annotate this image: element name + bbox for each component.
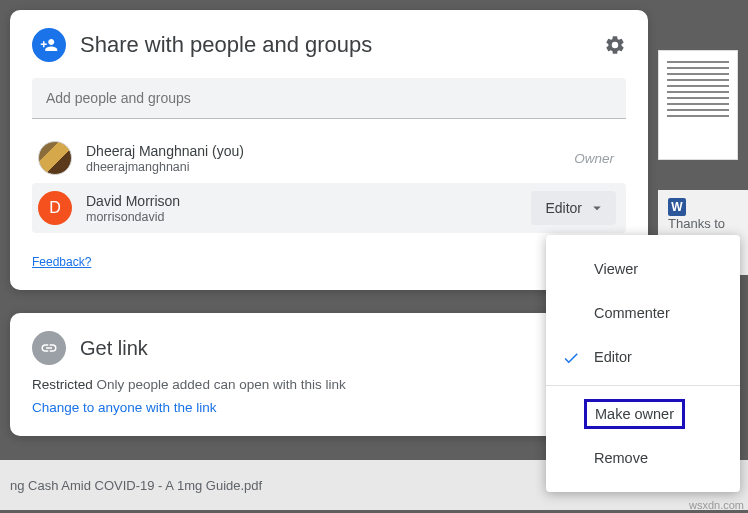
avatar bbox=[38, 141, 72, 175]
menu-item-make-owner[interactable]: Make owner bbox=[546, 392, 740, 436]
person-add-icon bbox=[32, 28, 66, 62]
menu-item-viewer[interactable]: Viewer bbox=[546, 247, 740, 291]
person-row-editor: D David Morrison morrisondavid Editor bbox=[32, 183, 626, 233]
avatar: D bbox=[38, 191, 72, 225]
watermark: wsxdn.com bbox=[689, 499, 744, 511]
person-email: dheerajmanghnani bbox=[86, 160, 574, 174]
get-link-title: Get link bbox=[80, 337, 148, 360]
role-dropdown-label: Editor bbox=[545, 200, 582, 216]
person-row-owner: Dheeraj Manghnani (you) dheerajmanghnani… bbox=[32, 133, 626, 183]
chevron-down-icon bbox=[588, 199, 606, 217]
feedback-link[interactable]: Feedback? bbox=[32, 255, 91, 269]
menu-item-editor[interactable]: Editor bbox=[546, 335, 740, 379]
gear-icon[interactable] bbox=[604, 34, 626, 56]
person-name: David Morrison bbox=[86, 193, 531, 209]
add-people-input[interactable] bbox=[32, 78, 626, 119]
menu-item-remove[interactable]: Remove bbox=[546, 436, 740, 480]
menu-divider bbox=[546, 385, 740, 386]
role-owner-label: Owner bbox=[574, 151, 614, 166]
person-name: Dheeraj Manghnani (you) bbox=[86, 143, 574, 159]
role-dropdown-button[interactable]: Editor bbox=[531, 191, 616, 225]
restricted-line: Restricted Only people added can open wi… bbox=[32, 377, 626, 392]
word-file-icon: W bbox=[668, 198, 686, 216]
menu-item-commenter[interactable]: Commenter bbox=[546, 291, 740, 335]
role-dropdown-menu: Viewer Commenter Editor Make owner Remov… bbox=[546, 235, 740, 492]
check-icon bbox=[562, 349, 580, 370]
person-email: morrisondavid bbox=[86, 210, 531, 224]
background-doc-preview bbox=[658, 50, 738, 160]
bg-right-title: Thanks to bbox=[668, 216, 725, 231]
change-link-access[interactable]: Change to anyone with the link bbox=[32, 400, 217, 415]
link-icon bbox=[32, 331, 66, 365]
share-title: Share with people and groups bbox=[80, 32, 604, 58]
